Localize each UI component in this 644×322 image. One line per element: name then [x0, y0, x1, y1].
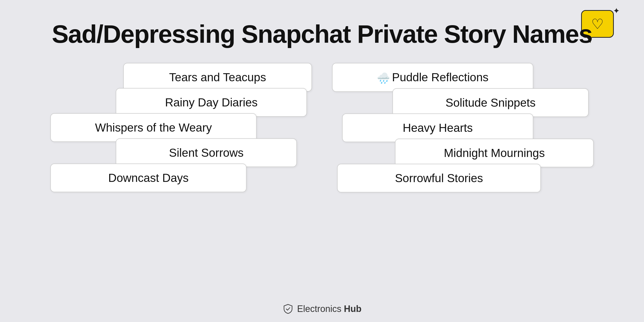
left-card-2-text: Rainy Day Diaries: [165, 96, 258, 109]
footer-brand-hub: Hub: [344, 304, 361, 314]
right-card-2-text: Solitude Snippets: [446, 96, 536, 109]
rain-emoji-icon: 🌧️: [377, 72, 390, 84]
right-card-5-text: Sorrowful Stories: [395, 172, 483, 185]
left-card-3-text: Whispers of the Weary: [95, 121, 212, 134]
left-column: Tears and Teacups Rainy Day Diaries Whis…: [50, 63, 312, 296]
footer-brand-text: Electronics Hub: [297, 304, 361, 314]
footer: Electronics Hub: [0, 296, 644, 322]
right-card-2: Solitude Snippets: [392, 88, 589, 117]
left-card-3: Whispers of the Weary: [50, 113, 257, 142]
right-card-1: 🌧️Puddle Reflections: [332, 63, 533, 92]
shield-logo-icon: [283, 303, 294, 314]
page-container: ♡ ✦ Sad/Depressing Snapchat Private Stor…: [0, 0, 644, 322]
right-card-4-text: Midnight Mournings: [444, 146, 545, 159]
left-card-4-text: Silent Sorrows: [169, 146, 244, 159]
left-card-5: Downcast Days: [50, 164, 247, 192]
left-card-1: Tears and Teacups: [123, 63, 312, 92]
content-area: Tears and Teacups Rainy Day Diaries Whis…: [0, 58, 644, 296]
right-card-5: Sorrowful Stories: [337, 164, 541, 192]
right-card-4: Midnight Mournings: [395, 139, 594, 167]
header: Sad/Depressing Snapchat Private Story Na…: [0, 0, 644, 58]
right-card-3-text: Heavy Hearts: [403, 121, 473, 134]
footer-logo: Electronics Hub: [283, 303, 361, 314]
left-card-2: Rainy Day Diaries: [116, 88, 307, 117]
left-card-4: Silent Sorrows: [116, 138, 297, 167]
right-card-3: Heavy Hearts: [342, 113, 533, 142]
left-card-1-text: Tears and Teacups: [169, 71, 266, 84]
page-title: Sad/Depressing Snapchat Private Story Na…: [0, 20, 644, 48]
right-column: 🌧️Puddle Reflections Solitude Snippets H…: [332, 63, 594, 296]
left-card-5-text: Downcast Days: [108, 171, 189, 184]
right-card-1-text: Puddle Reflections: [392, 71, 489, 84]
